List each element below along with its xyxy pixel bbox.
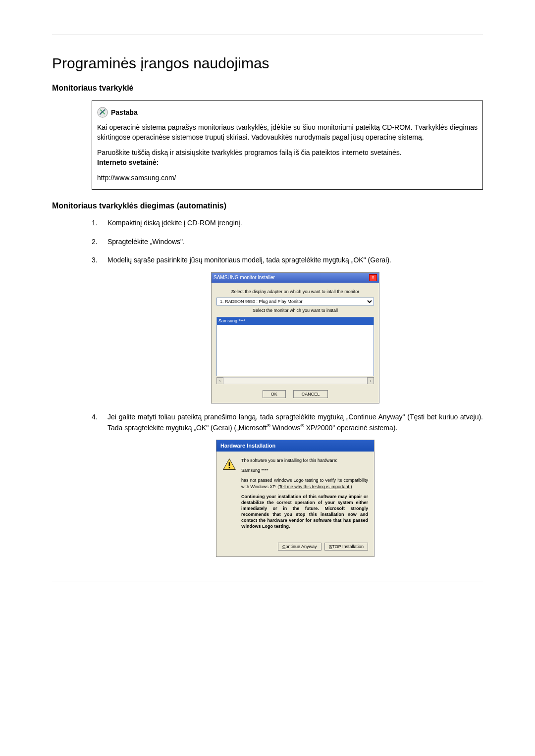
page-title: Programinės įrangos naudojimas: [52, 55, 483, 72]
step-2: Spragtelėkite „Windows".: [92, 237, 483, 247]
step-4-text-b: Windows: [270, 423, 301, 431]
hw-testing-link[interactable]: Tell me why this testing is important.: [279, 484, 350, 489]
scroll-left-icon[interactable]: ‹: [216, 377, 223, 384]
stop-installation-button[interactable]: STOP Installation: [324, 543, 368, 551]
registered-mark-1: ®: [267, 423, 270, 428]
continue-anyway-button[interactable]: Continue Anyway: [278, 543, 321, 551]
stop-rest: TOP Installation: [332, 544, 364, 549]
step-3: Modelių sąraše pasirinkite jūsų monitori…: [92, 255, 483, 403]
step-3-text: Modelių sąraše pasirinkite jūsų monitori…: [107, 256, 391, 264]
note-paragraph-1: Kai operacinė sistema paprašys monitoria…: [97, 123, 478, 142]
svg-rect-1: [229, 462, 230, 466]
step-1: Kompaktinį diską įdėkite į CD-ROM įrengi…: [92, 218, 483, 228]
cancel-button[interactable]: CANCEL: [293, 390, 328, 398]
hw-dialog-title: Hardware Installation: [216, 440, 374, 452]
samsung-installer-dialog: SAMSUNG monitor installer × Select the d…: [211, 272, 379, 403]
ok-button[interactable]: OK: [263, 390, 286, 398]
installer-title: SAMSUNG monitor installer: [214, 274, 275, 281]
note-paragraph-2: Paruoškite tuščią diską ir atsisiųskite …: [97, 148, 478, 167]
top-horizontal-rule: [52, 35, 483, 35]
note-website-label: Interneto svetainė:: [97, 158, 159, 166]
adapter-select-label: Select the display adapter on which you …: [216, 289, 374, 295]
hardware-installation-dialog: Hardware Installation The software you a…: [216, 440, 374, 557]
note-box: Pastaba Kai operacinė sistema paprašys m…: [92, 101, 483, 190]
registered-mark-2: ®: [301, 423, 304, 428]
hw-line2: Samsung ****: [241, 467, 368, 473]
note-paragraph-2-text: Paruoškite tuščią diską ir atsisiųskite …: [97, 149, 402, 156]
scroll-right-icon[interactable]: ›: [367, 377, 374, 384]
warning-icon: [222, 457, 236, 471]
monitor-select-label: Select the monitor which you want to ins…: [216, 307, 374, 314]
hw-line1: The software you are installing for this…: [241, 457, 368, 463]
hw-line3-b: ): [350, 484, 352, 489]
monitor-listbox[interactable]: Samsung ****: [216, 317, 374, 376]
note-website-url: http://www.samsung.com/: [97, 173, 478, 183]
section-automatic-install-heading: Monitoriaus tvarkyklės diegimas (automat…: [52, 202, 483, 210]
hw-line3: has not passed Windows Logo testing to v…: [241, 477, 368, 489]
section-monitor-driver-heading: Monitoriaus tvarkyklė: [52, 84, 483, 93]
installer-titlebar: SAMSUNG monitor installer ×: [212, 273, 379, 283]
note-title: Pastaba: [111, 108, 138, 116]
svg-rect-2: [229, 467, 230, 468]
adapter-select[interactable]: 1. RADEON 9550 : Plug and Play Monitor: [216, 298, 374, 305]
hw-line4: Continuing your installation of this sof…: [241, 494, 368, 530]
bottom-horizontal-rule: [52, 582, 483, 582]
monitor-list-scrollbar[interactable]: ‹ ›: [216, 377, 374, 384]
close-icon[interactable]: ×: [369, 274, 377, 281]
step-4: Jei galite matyti toliau pateiktą praneš…: [92, 412, 483, 557]
step-4-text-c: XP/2000" operacinė sistema).: [304, 423, 398, 431]
monitor-list-item[interactable]: Samsung ****: [217, 317, 374, 325]
scroll-track[interactable]: [223, 377, 367, 384]
note-icon: [97, 107, 108, 118]
continue-rest: ontinue Anyway: [285, 544, 317, 549]
